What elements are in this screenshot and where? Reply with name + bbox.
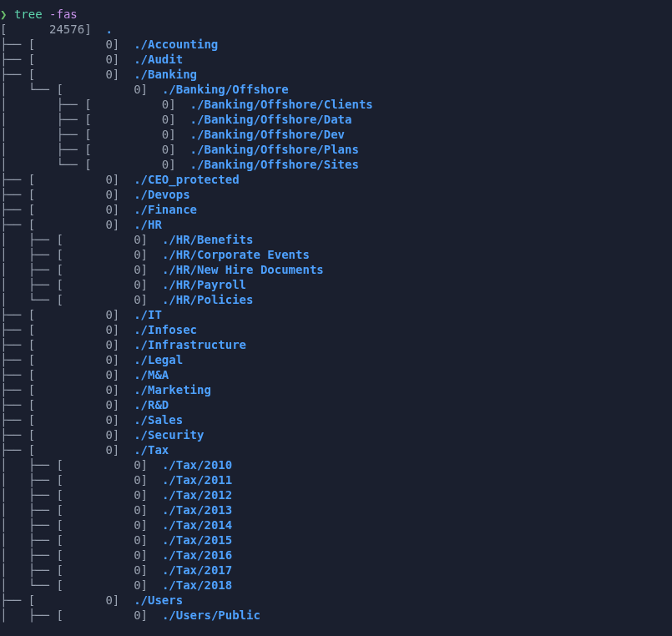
size-bracket: [ 0]: [28, 38, 120, 51]
prompt: ❯: [0, 8, 7, 21]
tree-connector: │ └──: [0, 158, 84, 171]
size-bracket: [ 0]: [56, 503, 148, 517]
tree-connector: │ └──: [0, 83, 56, 96]
size-bracket: [ 0]: [84, 98, 176, 111]
tree-connector: ├──: [0, 188, 28, 201]
tree-connector: │ ├──: [0, 608, 56, 622]
size-bracket: [ 0]: [84, 143, 176, 156]
dir-entry: ./HR/Policies: [162, 293, 254, 306]
dir-entry: ./IT: [134, 308, 162, 321]
tree-connector: │ ├──: [0, 278, 56, 291]
dir-entry: ./Infrastructure: [134, 338, 246, 351]
dir-entry: ./M&A: [134, 368, 169, 381]
dir-entry: ./Infosec: [134, 323, 197, 336]
tree-connector: ├──: [0, 398, 28, 411]
tree-connector: │ ├──: [0, 128, 84, 141]
dir-entry: ./Tax/2014: [162, 518, 232, 532]
tree-connector: ├──: [0, 53, 28, 66]
tree-connector: ├──: [0, 413, 28, 427]
dir-entry: ./Banking/Offshore/Dev: [190, 128, 345, 141]
size-bracket: [ 0]: [56, 83, 148, 96]
tree-connector: │ ├──: [0, 113, 84, 126]
tree-connector: ├──: [0, 38, 28, 51]
dir-entry: ./Banking/Offshore/Clients: [190, 98, 373, 111]
tree-connector: ├──: [0, 383, 28, 396]
size-bracket: [ 0]: [28, 323, 120, 336]
size-bracket: [ 0]: [28, 68, 120, 81]
dir-entry: ./HR: [134, 218, 162, 231]
size-bracket: [ 0]: [28, 173, 120, 186]
dir-entry: ./Tax/2013: [162, 503, 232, 517]
size-bracket: [ 0]: [56, 533, 148, 547]
dir-entry: ./Banking/Offshore/Plans: [190, 143, 359, 156]
size-bracket: [ 0]: [56, 248, 148, 261]
tree-connector: │ ├──: [0, 518, 56, 532]
dir-entry: ./Banking/Offshore/Sites: [190, 158, 359, 171]
size-bracket: [ 0]: [28, 593, 120, 607]
size-bracket: [ 0]: [56, 488, 148, 502]
size-bracket: [ 0]: [28, 443, 120, 457]
size-bracket: [ 0]: [28, 218, 120, 231]
tree-connector: ├──: [0, 218, 28, 231]
dir-entry: ./Marketing: [134, 383, 211, 396]
dir-entry: ./Tax/2017: [162, 563, 232, 577]
tree-connector: ├──: [0, 308, 28, 321]
tree-connector: ├──: [0, 323, 28, 336]
dir-entry: ./Tax/2016: [162, 548, 232, 562]
tree-connector: │ ├──: [0, 488, 56, 502]
size-bracket: [ 0]: [28, 398, 120, 411]
tree-connector: ├──: [0, 368, 28, 381]
tree-connector: ├──: [0, 353, 28, 366]
tree-connector: │ ├──: [0, 473, 56, 487]
size-bracket: [ 0]: [84, 158, 176, 171]
size-bracket: [ 0]: [56, 278, 148, 291]
tree-connector: │ ├──: [0, 233, 56, 246]
dir-entry: ./Users/Public: [162, 608, 260, 622]
dir-entry: ./Audit: [134, 53, 183, 66]
dir-entry: ./Legal: [134, 353, 183, 366]
size-bracket: [ 0]: [56, 293, 148, 306]
dir-entry: ./HR/New Hire Documents: [162, 263, 324, 276]
dir-entry: ./Finance: [134, 203, 197, 216]
dir-entry: ./CEO_protected: [134, 173, 239, 186]
dir-entry: ./Banking/Offshore: [162, 83, 289, 96]
dir-entry: ./HR/Corporate Events: [162, 248, 310, 261]
command-flags: -fas: [49, 8, 78, 21]
size-bracket: [ 0]: [28, 53, 120, 66]
tree-connector: ├──: [0, 68, 28, 81]
size-bracket: [ 0]: [56, 473, 148, 487]
dir-entry: ./HR/Benefits: [162, 233, 254, 246]
tree-connector: ├──: [0, 428, 28, 442]
size-bracket: [ 0]: [28, 353, 120, 366]
size-bracket: [ 0]: [28, 368, 120, 381]
tree-connector: ├──: [0, 593, 28, 607]
tree-connector: ├──: [0, 338, 28, 351]
size-bracket: [ 0]: [56, 518, 148, 532]
tree-connector: │ ├──: [0, 98, 84, 111]
dir-entry: ./Tax/2012: [162, 488, 232, 502]
dir-entry: ./Tax: [134, 443, 169, 457]
tree-connector: │ ├──: [0, 263, 56, 276]
size-bracket: [ 0]: [28, 338, 120, 351]
dir-entry: ./Banking: [134, 68, 197, 81]
tree-connector: ├──: [0, 443, 28, 457]
size-bracket: [ 0]: [56, 263, 148, 276]
terminal-output: ❯ tree -fas [ 24576] . ├── [ 0] ./Accoun…: [0, 0, 672, 623]
size-bracket: [ 0]: [28, 203, 120, 216]
dir-entry: ./Tax/2011: [162, 473, 232, 487]
tree-connector: │ ├──: [0, 563, 56, 577]
size-bracket: [ 0]: [56, 458, 148, 472]
dir-root: .: [105, 23, 112, 36]
dir-entry: ./Tax/2018: [162, 578, 232, 592]
tree-connector: ├──: [0, 203, 28, 216]
size-bracket: [ 24576]: [0, 23, 92, 36]
dir-entry: ./Sales: [134, 413, 183, 427]
size-bracket: [ 0]: [28, 188, 120, 201]
dir-entry: ./Accounting: [134, 38, 218, 51]
dir-entry: ./Tax/2010: [162, 458, 232, 472]
size-bracket: [ 0]: [28, 308, 120, 321]
tree-connector: │ ├──: [0, 533, 56, 547]
size-bracket: [ 0]: [56, 548, 148, 562]
size-bracket: [ 0]: [56, 563, 148, 577]
command: tree: [14, 8, 43, 21]
